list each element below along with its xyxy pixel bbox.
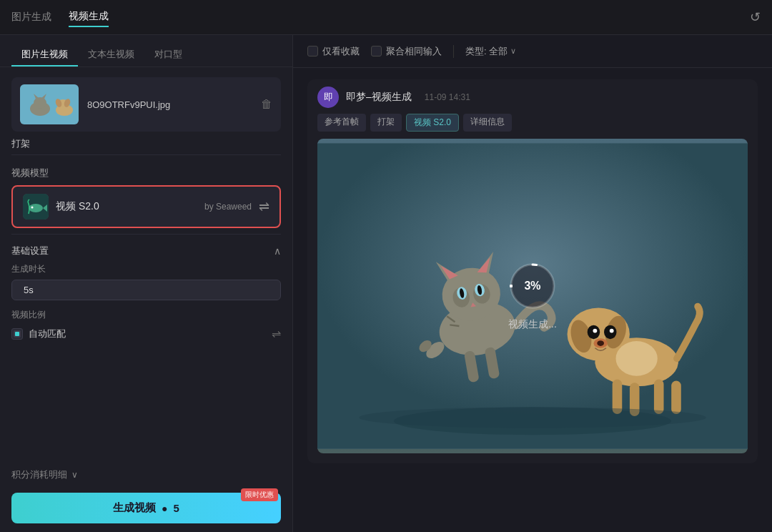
svg-point-47	[597, 340, 604, 346]
right-panel: 仅看收藏 聚合相同输入 类型: 全部 ∨ 即 即梦–视频生成 11-09 1	[293, 35, 772, 532]
coin-icon: ●	[162, 503, 167, 514]
type-filter-label: 类型: 全部	[465, 45, 508, 58]
collapse-icon[interactable]: ∧	[274, 245, 281, 257]
refresh-icon[interactable]: ↺	[750, 9, 761, 25]
type-filter-chevron-icon: ∨	[510, 46, 516, 56]
credits-row[interactable]: 积分消耗明细 ∨	[0, 461, 292, 487]
duration-button[interactable]: 5s	[11, 280, 281, 300]
tab-img-to-video[interactable]: 图片生视频	[11, 44, 78, 66]
model-card[interactable]: 视频 S2.0 by Seaweed ⇌	[11, 185, 281, 228]
top-nav: 图片生成 视频生成 ↺	[0, 0, 772, 35]
svg-point-43	[593, 329, 597, 333]
aggregate-filter[interactable]: 聚合相同输入	[371, 45, 442, 58]
ratio-row: 自动匹配 ⇌	[0, 325, 292, 345]
delete-upload-button[interactable]: 🗑	[261, 98, 272, 111]
duration-label: 生成时长	[0, 262, 292, 280]
progress-ring: 3%	[508, 261, 558, 311]
gen-tag-0[interactable]: 参考首帧	[317, 114, 366, 132]
credits-label: 积分消耗明细	[11, 468, 67, 481]
filter-divider	[453, 45, 454, 58]
ratio-option-label: 自动匹配	[29, 327, 66, 340]
aggregate-label: 聚合相同输入	[386, 45, 442, 58]
gen-tag-1[interactable]: 打架	[370, 114, 402, 132]
svg-point-45	[610, 329, 614, 333]
favorites-label: 仅看收藏	[322, 45, 360, 58]
ratio-checkbox[interactable]	[11, 328, 23, 340]
svg-point-52	[359, 407, 706, 428]
gen-avatar: 即	[317, 87, 339, 108]
model-section-title: 视频模型	[0, 158, 292, 185]
model-settings-icon[interactable]: ⇌	[259, 199, 269, 215]
sub-tabs: 图片生视频 文本生视频 对口型	[0, 35, 292, 67]
left-panel: 图片生视频 文本生视频 对口型	[0, 35, 293, 532]
divider	[11, 154, 281, 155]
svg-rect-51	[671, 380, 681, 414]
credits-chevron-icon: ∨	[71, 470, 78, 480]
favorites-filter[interactable]: 仅看收藏	[307, 45, 360, 58]
gen-card: 即 即梦–视频生成 11-09 14:31 参考首帧 打架 视频 S2.0 详细…	[307, 79, 758, 463]
ratio-settings-icon[interactable]: ⇌	[272, 327, 281, 340]
model-name: 视频 S2.0	[56, 200, 197, 213]
basic-settings-title: 基础设置	[11, 245, 49, 257]
main-layout: 图片生视频 文本生视频 对口型	[0, 35, 772, 532]
gen-time: 11-09 14:31	[425, 92, 470, 102]
basic-settings-header: 基础设置 ∧	[0, 237, 292, 262]
gen-tags: 参考首帧 打架 视频 S2.0 详细信息	[307, 114, 758, 139]
generate-btn-wrapper: 限时优惠 生成视频 ● 5	[0, 487, 292, 532]
gen-tag-2[interactable]: 视频 S2.0	[406, 114, 459, 132]
svg-rect-0	[20, 84, 79, 124]
gen-card-header: 即 即梦–视频生成 11-09 14:31	[307, 79, 758, 114]
tab-video-gen[interactable]: 视频生成	[69, 7, 109, 27]
video-preview: 3% 视频生成...	[317, 139, 748, 453]
prompt-label: 打架	[0, 137, 292, 154]
ratio-label: 视频比例	[0, 307, 292, 325]
upload-thumbnail	[20, 84, 79, 124]
gen-title: 即梦–视频生成	[346, 91, 412, 104]
svg-point-12	[31, 207, 34, 209]
tab-lipsync[interactable]: 对口型	[144, 44, 192, 66]
svg-point-2	[34, 97, 46, 109]
upload-area[interactable]: 8O9OTRFv9PUI.jpg 🗑	[11, 77, 281, 132]
coin-count: 5	[174, 502, 179, 514]
svg-rect-50	[654, 380, 664, 415]
avatar-text: 即	[324, 91, 333, 104]
promo-badge: 限时优惠	[241, 488, 278, 501]
gen-tag-3[interactable]: 详细信息	[463, 114, 512, 132]
progress-percent: 3%	[524, 280, 540, 292]
svg-point-41	[616, 341, 658, 376]
progress-overlay: 3% 视频生成...	[508, 261, 558, 331]
gen-area: 即 即梦–视频生成 11-09 14:31 参考首帧 打架 视频 S2.0 详细…	[293, 68, 772, 532]
svg-rect-14	[15, 332, 19, 336]
filter-bar: 仅看收藏 聚合相同输入 类型: 全部 ∨	[293, 35, 772, 68]
tab-text-to-video[interactable]: 文本生视频	[78, 44, 144, 66]
favorites-checkbox[interactable]	[307, 46, 318, 56]
type-filter[interactable]: 类型: 全部 ∨	[465, 45, 516, 58]
svg-point-10	[29, 204, 43, 212]
generate-label: 生成视频	[113, 501, 156, 515]
upload-filename: 8O9OTRFv9PUI.jpg	[87, 99, 252, 110]
progress-text: 视频生成...	[508, 318, 557, 331]
model-by-label: by Seaweed	[204, 202, 252, 212]
svg-rect-55	[510, 285, 513, 287]
model-icon	[23, 194, 49, 220]
divider2	[11, 234, 281, 235]
cats-scene: 3% 视频生成...	[317, 139, 748, 453]
aggregate-checkbox[interactable]	[371, 46, 382, 56]
tab-image-gen[interactable]: 图片生成	[11, 8, 51, 26]
